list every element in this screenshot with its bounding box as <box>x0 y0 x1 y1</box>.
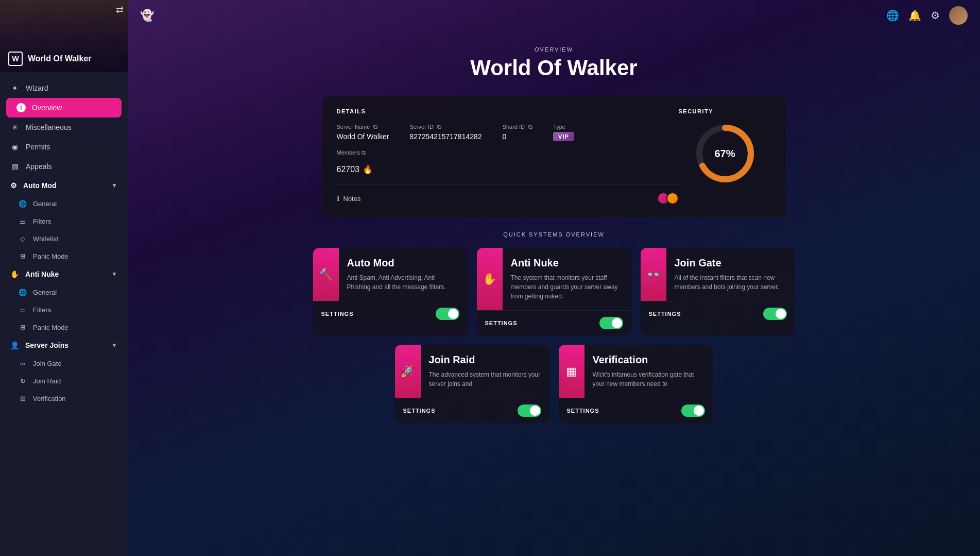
sidebar-item-overview[interactable]: i Overview <box>6 98 122 117</box>
sidebar-sub-label: Verification <box>33 395 66 402</box>
serverjoins-section-icon: 👤 <box>10 341 19 349</box>
sidebar-sub-label: Join Gate <box>33 360 62 367</box>
mini-avatar-2 <box>666 192 679 205</box>
shard-id-label: Shard ID ⧉ <box>503 124 532 130</box>
sidebar-section-label: Auto Mod <box>23 181 57 190</box>
antinuke-toggle[interactable] <box>599 317 623 329</box>
sidebar-header: W World Of Walker ⇄ <box>0 0 128 72</box>
glasses-icon: 👓 <box>646 268 660 281</box>
avatar[interactable] <box>949 6 968 25</box>
bell-icon[interactable]: 🔔 <box>908 9 921 22</box>
sidebar-section-label: Anti Nuke <box>25 270 59 278</box>
sidebar-section-serverjoins[interactable]: 👤 Server Joins ▼ <box>0 336 128 355</box>
sidebar-server-name: World Of Walker <box>28 54 92 63</box>
hand-icon: ✋ <box>483 273 496 286</box>
joingate-settings-label[interactable]: SETTINGS <box>649 311 681 317</box>
verification-title: Verification <box>593 354 705 366</box>
sidebar-item-am-filters[interactable]: ⚌ Filters <box>0 212 128 230</box>
sidebar-item-join-raid[interactable]: ↻ Join Raid <box>0 372 128 390</box>
verification-desc: Wick's infamous verification gate that y… <box>593 370 705 389</box>
sidebar-item-miscellaneous[interactable]: ✳ Miscellaneous <box>0 117 128 137</box>
sidebar-item-wizard[interactable]: ✦ Wizard <box>0 78 128 98</box>
sidebar-sub-label: Join Raid <box>33 377 61 385</box>
antinuke-settings-label[interactable]: SETTINGS <box>485 320 518 326</box>
sidebar-logo-text: W <box>12 55 19 63</box>
verification-toggle[interactable] <box>681 405 705 417</box>
automod-settings-label[interactable]: SETTINGS <box>321 311 354 317</box>
sidebar-item-permits[interactable]: ◉ Permits <box>0 137 128 157</box>
security-title: SECURITY <box>679 108 714 114</box>
sidebar-section-antinuke[interactable]: ✋ Anti Nuke ▼ <box>0 265 128 283</box>
filters-icon: ⚌ <box>19 217 27 225</box>
sidebar-item-am-general[interactable]: 🌐 General <box>0 195 128 212</box>
gear-icon[interactable]: ⚙ <box>931 9 940 22</box>
ghost-icon[interactable]: 👻 <box>140 9 154 22</box>
system-card-automod: 🔨 Auto Mod Anti Spam, Anti Advertising, … <box>313 248 468 335</box>
members-label: Members ⧉ <box>337 149 679 156</box>
antinuke-desc: The system that monitors your staff memb… <box>511 273 623 301</box>
sidebar-item-verification[interactable]: ⊞ Verification <box>0 390 128 407</box>
sidebar-logo: W <box>8 52 23 66</box>
rocket-icon: 🚀 <box>401 365 415 378</box>
details-title: DETAILS <box>337 108 679 114</box>
server-id-field: Server ID ⧉ 827254215717814282 <box>409 124 482 141</box>
joinraid-settings-label[interactable]: SETTINGS <box>403 408 436 414</box>
verification-settings-label[interactable]: SETTINGS <box>567 408 599 414</box>
systems-grid: 🔨 Auto Mod Anti Spam, Anti Advertising, … <box>297 248 812 433</box>
type-field: Type VIP <box>553 124 574 141</box>
automod-toggle[interactable] <box>436 308 459 320</box>
sidebar-item-an-general[interactable]: 🌐 General <box>0 283 128 301</box>
antinuke-section-icon: ✋ <box>10 270 19 278</box>
sidebar-section-automod[interactable]: ⚙ Auto Mod ▼ <box>0 176 128 195</box>
copy-icon[interactable]: ⧉ <box>362 149 366 156</box>
permits-icon: ◉ <box>10 142 20 151</box>
copy-icon[interactable]: ⧉ <box>528 124 532 130</box>
hammer-icon: 🔨 <box>319 268 333 281</box>
server-name-label: Server Name ⧉ <box>337 124 389 130</box>
notes-text[interactable]: Notes <box>343 195 361 203</box>
info-icon: ℹ <box>337 194 339 203</box>
sidebar-item-an-panic[interactable]: ⛨ Panic Mode <box>0 318 128 336</box>
shard-id-field: Shard ID ⧉ 0 <box>503 124 532 141</box>
sidebar-sub-label: Filters <box>33 217 51 225</box>
sidebar-item-an-filters[interactable]: ⚌ Filters <box>0 301 128 318</box>
chevron-down-icon: ▼ <box>111 342 117 349</box>
sidebar-item-label: Permits <box>26 143 50 151</box>
sidebar-item-label: Overview <box>32 104 62 112</box>
globe-icon[interactable]: 🌐 <box>886 9 899 22</box>
joingate-toggle[interactable] <box>763 308 787 320</box>
joinraid-toggle[interactable] <box>518 405 541 417</box>
sidebar-item-label: Appeals <box>26 162 52 171</box>
info-icon: i <box>16 103 26 112</box>
system-card-joingate: 👓 Join Gate All of the instant filters t… <box>641 248 795 335</box>
topbar: 👻 🌐 🔔 ⚙ <box>128 0 980 31</box>
system-card-verification: ▦ Verification Wick's infamous verificat… <box>559 345 713 423</box>
sidebar-item-am-panic[interactable]: ⛨ Panic Mode <box>0 247 128 265</box>
verification-accent: ▦ <box>559 345 584 398</box>
wizard-icon: ✦ <box>10 83 20 93</box>
members-value: 62703 <box>337 165 360 174</box>
joinraid-icon: ↻ <box>19 377 27 385</box>
copy-icon[interactable]: ⧉ <box>437 124 441 130</box>
copy-icon[interactable]: ⧉ <box>373 124 377 130</box>
sidebar-switch-icon[interactable]: ⇄ <box>116 4 124 15</box>
joinraid-title: Join Raid <box>429 354 541 366</box>
sidebar-item-appeals[interactable]: ▤ Appeals <box>0 157 128 176</box>
joinraid-accent: 🚀 <box>395 345 421 398</box>
server-id-label: Server ID ⧉ <box>409 124 482 130</box>
filters-icon: ⚌ <box>19 306 27 314</box>
sidebar-item-join-gate[interactable]: ∞ Join Gate <box>0 355 128 372</box>
server-name-value: World Of Walker <box>337 132 389 141</box>
topbar-right: 🌐 🔔 ⚙ <box>886 6 968 25</box>
antinuke-accent: ✋ <box>477 248 503 310</box>
security-section: SECURITY 67% <box>679 108 771 184</box>
page-content: OVERVIEW World Of Walker DETAILS Server … <box>128 0 980 433</box>
details-card: DETAILS Server Name ⧉ World Of Walker Se… <box>322 96 786 217</box>
sidebar-sub-label: General <box>33 200 57 208</box>
sidebar-item-am-whitelist[interactable]: ◇ Whitelist <box>0 230 128 247</box>
server-name-field: Server Name ⧉ World Of Walker <box>337 124 389 141</box>
notes-row: ℹ Notes <box>337 184 679 205</box>
chevron-down-icon: ▼ <box>111 271 117 278</box>
donut-label: 67% <box>714 148 735 160</box>
sidebar: W World Of Walker ⇄ ✦ Wizard i Overview … <box>0 0 128 556</box>
